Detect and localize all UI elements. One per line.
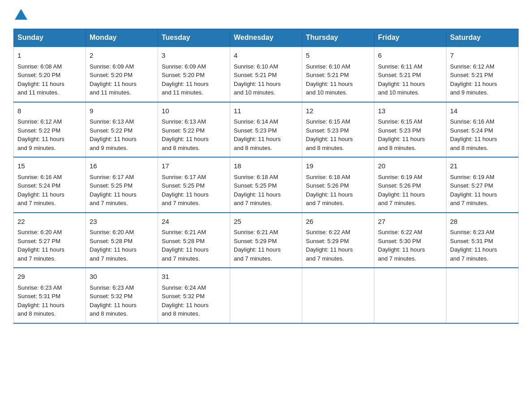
sunrise-label: Sunrise: 6:23 AM (450, 229, 494, 235)
sunrise-label: Sunrise: 6:09 AM (162, 63, 206, 70)
daylight-label: Daylight: 11 hours (234, 81, 281, 87)
day-number: 9 (90, 106, 154, 116)
sunset-label: Sunset: 5:21 PM (234, 72, 277, 78)
sunrise-label: Sunrise: 6:13 AM (162, 118, 206, 125)
daylight-minutes: and 8 minutes. (378, 145, 416, 151)
daylight-label: Daylight: 11 hours (90, 302, 137, 308)
sunset-label: Sunset: 5:21 PM (306, 72, 349, 78)
week-row-3: 15Sunrise: 6:16 AMSunset: 5:24 PMDayligh… (14, 157, 519, 213)
day-number: 17 (162, 161, 226, 171)
daylight-label: Daylight: 11 hours (378, 81, 425, 87)
daylight-label: Daylight: 11 hours (306, 136, 353, 142)
daylight-label: Daylight: 11 hours (17, 81, 64, 87)
sunrise-label: Sunrise: 6:24 AM (162, 284, 206, 291)
daylight-label: Daylight: 11 hours (234, 191, 281, 198)
sunset-label: Sunset: 5:20 PM (17, 72, 60, 78)
sunrise-label: Sunrise: 6:18 AM (234, 174, 278, 180)
day-number: 30 (90, 272, 154, 282)
sunset-label: Sunset: 5:32 PM (90, 293, 133, 300)
header-day-friday: Friday (374, 29, 446, 47)
sunrise-label: Sunrise: 6:22 AM (378, 229, 422, 235)
sunset-label: Sunset: 5:31 PM (17, 293, 60, 300)
daylight-label: Daylight: 11 hours (90, 191, 137, 198)
daylight-minutes: and 7 minutes. (17, 200, 56, 206)
sunset-label: Sunset: 5:25 PM (90, 182, 133, 189)
daylight-minutes: and 7 minutes. (162, 200, 200, 206)
daylight-label: Daylight: 11 hours (234, 136, 281, 142)
daylight-minutes: and 10 minutes. (306, 89, 348, 96)
daylight-minutes: and 11 minutes. (162, 89, 203, 96)
daylight-minutes: and 8 minutes. (306, 145, 344, 151)
calendar-cell: 10Sunrise: 6:13 AMSunset: 5:22 PMDayligh… (158, 102, 230, 158)
sunrise-label: Sunrise: 6:13 AM (90, 118, 134, 125)
sunrise-label: Sunrise: 6:08 AM (17, 63, 62, 70)
daylight-minutes: and 11 minutes. (17, 89, 59, 96)
calendar-cell: 3Sunrise: 6:09 AMSunset: 5:20 PMDaylight… (158, 47, 230, 102)
day-number: 13 (378, 106, 442, 116)
sunrise-label: Sunrise: 6:17 AM (90, 174, 134, 180)
calendar-cell: 25Sunrise: 6:21 AMSunset: 5:29 PMDayligh… (230, 213, 302, 268)
daylight-minutes: and 9 minutes. (17, 145, 56, 151)
sunrise-label: Sunrise: 6:23 AM (17, 284, 62, 291)
calendar-cell: 13Sunrise: 6:15 AMSunset: 5:23 PMDayligh… (374, 102, 446, 158)
daylight-minutes: and 8 minutes. (162, 310, 200, 317)
day-number: 7 (450, 51, 515, 61)
sunset-label: Sunset: 5:24 PM (17, 182, 60, 189)
week-row-1: 1Sunrise: 6:08 AMSunset: 5:20 PMDaylight… (14, 47, 519, 102)
calendar-cell: 16Sunrise: 6:17 AMSunset: 5:25 PMDayligh… (86, 157, 158, 213)
day-number: 20 (378, 161, 442, 171)
sunset-label: Sunset: 5:20 PM (162, 72, 205, 78)
calendar-cell: 30Sunrise: 6:23 AMSunset: 5:32 PMDayligh… (86, 268, 158, 323)
calendar-cell: 26Sunrise: 6:22 AMSunset: 5:29 PMDayligh… (302, 213, 374, 268)
sunset-label: Sunset: 5:27 PM (450, 182, 493, 189)
day-number: 3 (162, 51, 226, 61)
daylight-minutes: and 8 minutes. (450, 145, 488, 151)
sunrise-label: Sunrise: 6:10 AM (234, 63, 278, 70)
daylight-label: Daylight: 11 hours (162, 136, 209, 142)
daylight-label: Daylight: 11 hours (378, 191, 425, 198)
sunset-label: Sunset: 5:29 PM (306, 238, 349, 244)
daylight-minutes: and 7 minutes. (90, 255, 128, 262)
day-number: 4 (234, 51, 298, 61)
day-number: 19 (306, 161, 370, 171)
calendar-cell: 15Sunrise: 6:16 AMSunset: 5:24 PMDayligh… (14, 157, 86, 213)
daylight-label: Daylight: 11 hours (234, 246, 281, 253)
calendar-cell: 1Sunrise: 6:08 AMSunset: 5:20 PMDaylight… (14, 47, 86, 102)
sunrise-label: Sunrise: 6:16 AM (450, 118, 494, 125)
calendar-cell: 31Sunrise: 6:24 AMSunset: 5:32 PMDayligh… (158, 268, 230, 323)
sunrise-label: Sunrise: 6:19 AM (378, 174, 422, 180)
daylight-minutes: and 7 minutes. (450, 255, 488, 262)
sunset-label: Sunset: 5:22 PM (162, 127, 205, 134)
daylight-label: Daylight: 11 hours (306, 191, 353, 198)
week-row-5: 29Sunrise: 6:23 AMSunset: 5:31 PMDayligh… (14, 268, 519, 323)
daylight-label: Daylight: 11 hours (306, 246, 353, 253)
sunrise-label: Sunrise: 6:09 AM (90, 63, 134, 70)
logo (13, 9, 29, 20)
daylight-minutes: and 7 minutes. (450, 200, 488, 206)
sunrise-label: Sunrise: 6:14 AM (234, 118, 278, 125)
sunset-label: Sunset: 5:32 PM (162, 293, 205, 300)
day-number: 31 (162, 272, 226, 282)
logo-triangle-icon (15, 9, 27, 20)
day-number: 21 (450, 161, 515, 171)
day-number: 25 (234, 217, 298, 227)
calendar-cell: 14Sunrise: 6:16 AMSunset: 5:24 PMDayligh… (446, 102, 519, 158)
daylight-label: Daylight: 11 hours (90, 136, 137, 142)
daylight-minutes: and 8 minutes. (90, 310, 128, 317)
day-number: 10 (162, 106, 226, 116)
daylight-label: Daylight: 11 hours (378, 246, 425, 253)
day-number: 28 (450, 217, 515, 227)
calendar-cell (302, 268, 374, 323)
calendar-cell: 22Sunrise: 6:20 AMSunset: 5:27 PMDayligh… (14, 213, 86, 268)
sunset-label: Sunset: 5:21 PM (450, 72, 493, 78)
sunrise-label: Sunrise: 6:20 AM (17, 229, 62, 235)
daylight-minutes: and 7 minutes. (378, 200, 416, 206)
day-number: 12 (306, 106, 370, 116)
sunset-label: Sunset: 5:26 PM (378, 182, 421, 189)
sunset-label: Sunset: 5:25 PM (162, 182, 205, 189)
calendar-cell: 12Sunrise: 6:15 AMSunset: 5:23 PMDayligh… (302, 102, 374, 158)
calendar-cell: 5Sunrise: 6:10 AMSunset: 5:21 PMDaylight… (302, 47, 374, 102)
header (13, 9, 519, 20)
daylight-minutes: and 7 minutes. (17, 255, 56, 262)
daylight-label: Daylight: 11 hours (17, 191, 64, 198)
